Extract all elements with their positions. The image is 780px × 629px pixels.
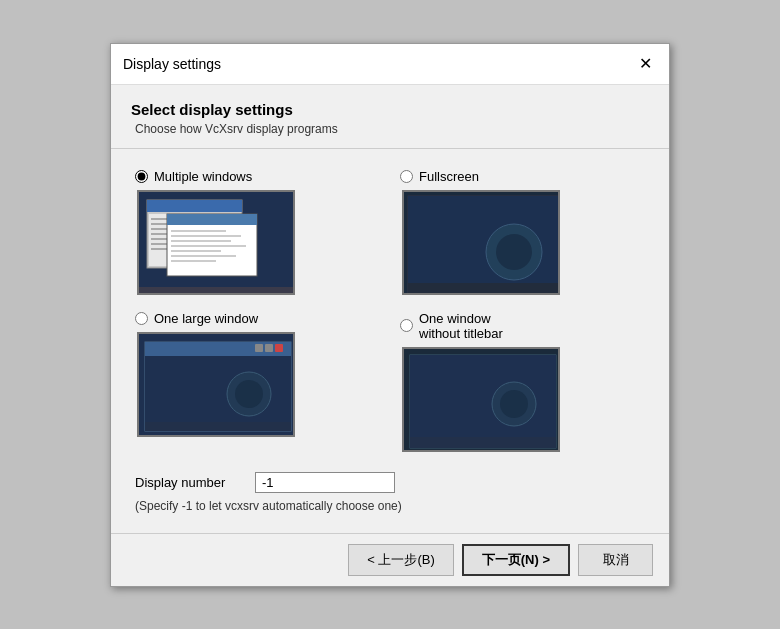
cancel-button[interactable]: 取消 [578, 544, 653, 576]
svg-rect-19 [171, 250, 221, 252]
radio-row-multiple: Multiple windows [135, 169, 380, 184]
svg-rect-17 [171, 240, 231, 242]
svg-rect-3 [147, 200, 242, 212]
svg-rect-32 [275, 344, 283, 352]
header-subtitle: Choose how VcXsrv display programs [135, 122, 649, 136]
option-one-window-no-titlebar: One window without titlebar [400, 311, 645, 452]
svg-point-43 [500, 390, 528, 418]
svg-rect-20 [171, 255, 236, 257]
footer-section: < 上一步(B) 下一页(N) > 取消 [111, 533, 669, 586]
display-number-input[interactable] [255, 472, 395, 493]
svg-rect-34 [255, 344, 263, 352]
preview-multiple-windows [137, 190, 295, 295]
preview-one-large-window [137, 332, 295, 437]
label-one-large-window[interactable]: One large window [154, 311, 258, 326]
svg-rect-22 [139, 287, 295, 295]
header-title: Select display settings [131, 101, 649, 118]
title-bar: Display settings ✕ [111, 44, 669, 85]
display-number-hint: (Specify -1 to let vcxsrv automatically … [135, 499, 645, 513]
option-multiple-windows: Multiple windows [135, 169, 380, 295]
svg-rect-28 [408, 283, 558, 293]
radio-row-no-titlebar: One window without titlebar [400, 311, 645, 341]
radio-one-large-window[interactable] [135, 312, 148, 325]
label-one-window-no-titlebar: One window without titlebar [419, 311, 503, 341]
next-button[interactable]: 下一页(N) > [462, 544, 570, 576]
svg-rect-15 [171, 230, 226, 232]
radio-multiple-windows[interactable] [135, 170, 148, 183]
radio-fullscreen[interactable] [400, 170, 413, 183]
content-section: Multiple windows [111, 149, 669, 533]
option-fullscreen: Fullscreen [400, 169, 645, 295]
display-settings-dialog: Display settings ✕ Select display settin… [110, 43, 670, 587]
radio-row-one-large: One large window [135, 311, 380, 326]
svg-rect-13 [167, 214, 257, 225]
svg-point-37 [235, 380, 263, 408]
label-multiple-windows[interactable]: Multiple windows [154, 169, 252, 184]
close-button[interactable]: ✕ [633, 52, 657, 76]
svg-rect-33 [265, 344, 273, 352]
options-grid: Multiple windows [135, 169, 645, 452]
display-number-row: Display number [135, 472, 645, 493]
preview-fullscreen [402, 190, 560, 295]
dialog-title: Display settings [123, 56, 221, 72]
svg-rect-16 [171, 235, 241, 237]
option-one-large-window: One large window [135, 311, 380, 452]
svg-rect-44 [410, 437, 556, 448]
preview-one-window-no-titlebar [402, 347, 560, 452]
svg-rect-18 [171, 245, 246, 247]
svg-rect-38 [145, 422, 291, 431]
svg-point-27 [496, 234, 532, 270]
back-button[interactable]: < 上一步(B) [348, 544, 454, 576]
label-fullscreen[interactable]: Fullscreen [419, 169, 479, 184]
radio-one-window-no-titlebar[interactable] [400, 319, 413, 332]
radio-row-fullscreen: Fullscreen [400, 169, 645, 184]
display-number-label: Display number [135, 475, 245, 490]
svg-rect-21 [171, 260, 216, 262]
header-section: Select display settings Choose how VcXsr… [111, 85, 669, 149]
